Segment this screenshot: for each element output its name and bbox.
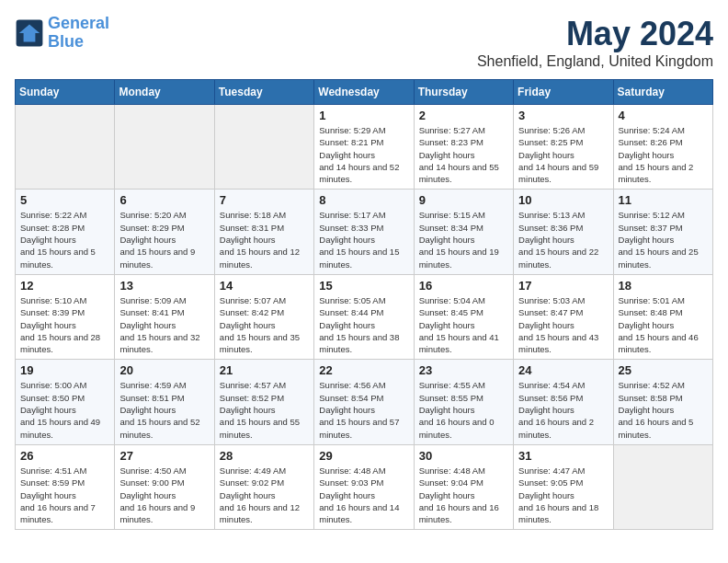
- calendar-cell: 9 Sunrise: 5:15 AMSunset: 8:34 PMDayligh…: [414, 190, 513, 274]
- calendar-week-3: 12 Sunrise: 5:10 AMSunset: 8:39 PMDaylig…: [16, 274, 713, 359]
- day-number: 20: [119, 363, 209, 377]
- day-info: Sunrise: 5:20 AMSunset: 8:29 PMDaylight …: [119, 209, 209, 270]
- calendar-cell: 14 Sunrise: 5:07 AMSunset: 8:42 PMDaylig…: [214, 274, 313, 359]
- day-number: 3: [518, 109, 608, 122]
- day-header-wednesday: Wednesday: [314, 80, 414, 105]
- day-info: Sunrise: 4:48 AMSunset: 9:03 PMDaylight …: [319, 465, 408, 525]
- day-info: Sunrise: 4:49 AMSunset: 9:02 PMDaylight …: [220, 465, 309, 525]
- day-number: 31: [518, 449, 608, 463]
- day-header-friday: Friday: [514, 80, 613, 105]
- calendar-cell: [214, 105, 313, 190]
- day-number: 30: [419, 449, 508, 463]
- calendar-cell: 19 Sunrise: 5:00 AMSunset: 8:50 PMDaylig…: [16, 360, 115, 444]
- day-info: Sunrise: 4:57 AMSunset: 8:52 PMDaylight …: [220, 379, 309, 440]
- day-number: 2: [419, 109, 508, 122]
- calendar-table: SundayMondayTuesdayWednesdayThursdayFrid…: [15, 79, 713, 530]
- logo-icon: [15, 18, 44, 48]
- day-info: Sunrise: 4:50 AMSunset: 9:00 PMDaylight …: [119, 465, 209, 525]
- day-number: 25: [619, 363, 708, 377]
- calendar-cell: 25 Sunrise: 4:52 AMSunset: 8:58 PMDaylig…: [613, 360, 712, 444]
- day-info: Sunrise: 4:51 AMSunset: 8:59 PMDaylight …: [20, 465, 109, 525]
- day-number: 16: [419, 279, 508, 293]
- day-header-sunday: Sunday: [16, 80, 115, 105]
- title-block: May 2024 Shenfield, England, United King…: [477, 15, 713, 70]
- day-number: 19: [20, 363, 109, 377]
- day-info: Sunrise: 5:17 AMSunset: 8:33 PMDaylight …: [319, 209, 408, 270]
- day-info: Sunrise: 5:24 AMSunset: 8:26 PMDaylight …: [619, 124, 708, 185]
- calendar-cell: 1 Sunrise: 5:29 AMSunset: 8:21 PMDayligh…: [314, 105, 414, 190]
- day-number: 9: [419, 193, 508, 207]
- calendar-cell: 7 Sunrise: 5:18 AMSunset: 8:31 PMDayligh…: [214, 190, 313, 274]
- day-number: 18: [619, 279, 708, 293]
- day-number: 12: [20, 279, 109, 293]
- calendar-week-2: 5 Sunrise: 5:22 AMSunset: 8:28 PMDayligh…: [16, 190, 713, 274]
- day-info: Sunrise: 4:52 AMSunset: 8:58 PMDaylight …: [619, 379, 708, 440]
- day-info: Sunrise: 5:29 AMSunset: 8:21 PMDaylight …: [319, 124, 408, 185]
- day-number: 6: [119, 193, 209, 207]
- month-title: May 2024: [477, 15, 713, 53]
- day-number: 1: [319, 109, 408, 122]
- calendar-cell: 10 Sunrise: 5:13 AMSunset: 8:36 PMDaylig…: [514, 190, 613, 274]
- calendar-cell: 2 Sunrise: 5:27 AMSunset: 8:23 PMDayligh…: [414, 105, 513, 190]
- day-number: 27: [119, 449, 209, 463]
- day-info: Sunrise: 4:48 AMSunset: 9:04 PMDaylight …: [419, 465, 508, 525]
- day-number: 8: [319, 193, 408, 207]
- day-info: Sunrise: 5:22 AMSunset: 8:28 PMDaylight …: [20, 209, 109, 270]
- day-info: Sunrise: 4:54 AMSunset: 8:56 PMDaylight …: [518, 379, 608, 440]
- day-header-tuesday: Tuesday: [214, 80, 313, 105]
- day-info: Sunrise: 5:15 AMSunset: 8:34 PMDaylight …: [419, 209, 508, 270]
- calendar-cell: 28 Sunrise: 4:49 AMSunset: 9:02 PMDaylig…: [214, 444, 313, 529]
- calendar-cell: 23 Sunrise: 4:55 AMSunset: 8:55 PMDaylig…: [414, 360, 513, 444]
- day-number: 7: [220, 193, 309, 207]
- day-header-thursday: Thursday: [414, 80, 513, 105]
- calendar-cell: 12 Sunrise: 5:10 AMSunset: 8:39 PMDaylig…: [16, 274, 115, 359]
- day-info: Sunrise: 4:55 AMSunset: 8:55 PMDaylight …: [419, 379, 508, 440]
- calendar-cell: 15 Sunrise: 5:05 AMSunset: 8:44 PMDaylig…: [314, 274, 414, 359]
- day-info: Sunrise: 5:04 AMSunset: 8:45 PMDaylight …: [419, 294, 508, 355]
- calendar-cell: [613, 444, 712, 529]
- day-number: 23: [419, 363, 508, 377]
- calendar-week-1: 1 Sunrise: 5:29 AMSunset: 8:21 PMDayligh…: [16, 105, 713, 190]
- day-number: 24: [518, 363, 608, 377]
- day-number: 21: [220, 363, 309, 377]
- day-number: 29: [319, 449, 408, 463]
- day-info: Sunrise: 4:56 AMSunset: 8:54 PMDaylight …: [319, 379, 408, 440]
- day-number: 22: [319, 363, 408, 377]
- day-header-saturday: Saturday: [613, 80, 712, 105]
- calendar-body: 1 Sunrise: 5:29 AMSunset: 8:21 PMDayligh…: [16, 105, 713, 530]
- day-info: Sunrise: 5:00 AMSunset: 8:50 PMDaylight …: [20, 379, 109, 440]
- day-number: 4: [619, 109, 708, 122]
- day-info: Sunrise: 4:59 AMSunset: 8:51 PMDaylight …: [119, 379, 209, 440]
- day-header-monday: Monday: [115, 80, 214, 105]
- day-number: 10: [518, 193, 608, 207]
- day-number: 5: [20, 193, 109, 207]
- calendar-cell: 21 Sunrise: 4:57 AMSunset: 8:52 PMDaylig…: [214, 360, 313, 444]
- day-info: Sunrise: 5:07 AMSunset: 8:42 PMDaylight …: [220, 294, 309, 355]
- calendar-cell: 13 Sunrise: 5:09 AMSunset: 8:41 PMDaylig…: [115, 274, 214, 359]
- calendar-cell: 29 Sunrise: 4:48 AMSunset: 9:03 PMDaylig…: [314, 444, 414, 529]
- calendar-cell: 11 Sunrise: 5:12 AMSunset: 8:37 PMDaylig…: [613, 190, 712, 274]
- calendar-week-4: 19 Sunrise: 5:00 AMSunset: 8:50 PMDaylig…: [16, 360, 713, 444]
- day-info: Sunrise: 4:47 AMSunset: 9:05 PMDaylight …: [518, 465, 608, 525]
- day-info: Sunrise: 5:26 AMSunset: 8:25 PMDaylight …: [518, 124, 608, 185]
- calendar-header-row: SundayMondayTuesdayWednesdayThursdayFrid…: [16, 80, 713, 105]
- calendar-cell: 22 Sunrise: 4:56 AMSunset: 8:54 PMDaylig…: [314, 360, 414, 444]
- calendar-cell: 6 Sunrise: 5:20 AMSunset: 8:29 PMDayligh…: [115, 190, 214, 274]
- day-info: Sunrise: 5:03 AMSunset: 8:47 PMDaylight …: [518, 294, 608, 355]
- day-info: Sunrise: 5:09 AMSunset: 8:41 PMDaylight …: [119, 294, 209, 355]
- day-info: Sunrise: 5:18 AMSunset: 8:31 PMDaylight …: [220, 209, 309, 270]
- day-number: 11: [619, 193, 708, 207]
- logo: General Blue: [15, 15, 109, 52]
- day-number: 13: [119, 279, 209, 293]
- calendar-cell: 24 Sunrise: 4:54 AMSunset: 8:56 PMDaylig…: [514, 360, 613, 444]
- day-info: Sunrise: 5:12 AMSunset: 8:37 PMDaylight …: [619, 209, 708, 270]
- calendar-cell: [115, 105, 214, 190]
- day-number: 15: [319, 279, 408, 293]
- calendar-cell: 18 Sunrise: 5:01 AMSunset: 8:48 PMDaylig…: [613, 274, 712, 359]
- day-number: 26: [20, 449, 109, 463]
- calendar-cell: 3 Sunrise: 5:26 AMSunset: 8:25 PMDayligh…: [514, 105, 613, 190]
- calendar-cell: 30 Sunrise: 4:48 AMSunset: 9:04 PMDaylig…: [414, 444, 513, 529]
- calendar-cell: 4 Sunrise: 5:24 AMSunset: 8:26 PMDayligh…: [613, 105, 712, 190]
- calendar-cell: 26 Sunrise: 4:51 AMSunset: 8:59 PMDaylig…: [16, 444, 115, 529]
- day-number: 14: [220, 279, 309, 293]
